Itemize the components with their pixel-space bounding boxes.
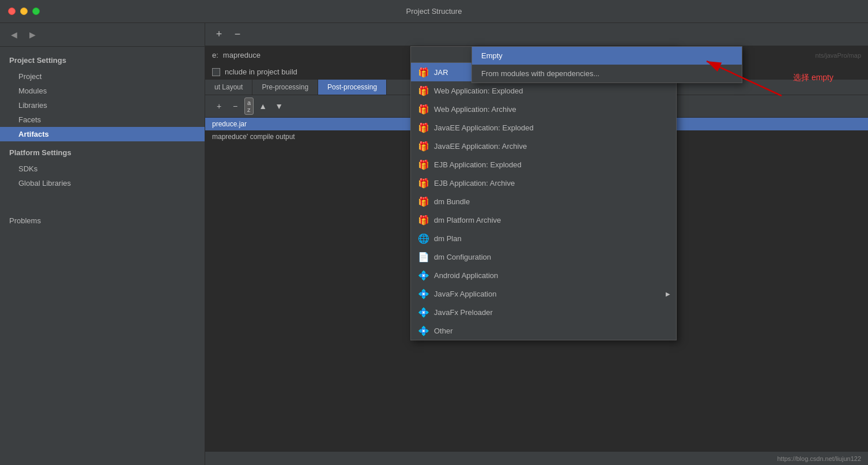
tab-output-layout[interactable]: ut Layout	[205, 80, 252, 95]
sidebar-item-facets[interactable]: Facets	[0, 112, 205, 127]
ejb-exploded-icon: 🎁	[418, 159, 429, 170]
include-label: nclude in project build	[225, 68, 297, 76]
menu-item-javaee-archive[interactable]: 🎁 JavaEE Application: Archive	[411, 137, 676, 155]
menu-item-dm-platform-archive[interactable]: 🎁 dm Platform Archive	[411, 211, 676, 229]
sidebar-item-sdks[interactable]: SDKs	[0, 162, 205, 176]
web-app-exploded-icon: 🎁	[418, 85, 429, 96]
menu-item-ejb-archive[interactable]: 🎁 EJB Application: Archive	[411, 174, 676, 192]
javafx-application-icon: 💠	[418, 288, 429, 299]
menu-item-jar-label: JAR	[434, 68, 448, 77]
sidebar-content: Project Settings Project Modules Librari…	[0, 47, 205, 465]
add-dropdown: Add 🎁 JAR ▶ 🎁 Web Application: Exploded …	[410, 46, 677, 340]
sidebar-item-global-libraries[interactable]: Global Libraries	[0, 176, 205, 190]
nav-forward-button[interactable]: ▶	[25, 28, 39, 42]
tab-post-processing[interactable]: Post-processing	[318, 80, 387, 95]
status-url: https://blog.csdn.net/liujun122	[777, 455, 861, 462]
sidebar-item-artifacts[interactable]: Artifacts	[0, 127, 205, 141]
sidebar: ◀ ▶ Project Settings Project Modules Lib…	[0, 23, 205, 465]
maximize-button[interactable]	[32, 7, 40, 15]
add-output-button[interactable]: +	[212, 99, 226, 113]
menu-item-android-application[interactable]: 💠 Android Application	[411, 266, 676, 284]
sidebar-item-project[interactable]: Project	[0, 69, 205, 84]
content-top-bar: + −	[205, 23, 868, 46]
menu-item-dm-bundle[interactable]: 🎁 dm Bundle	[411, 192, 676, 211]
artifact-name-label: e:	[212, 51, 218, 59]
move-up-button[interactable]: ▲	[256, 99, 270, 113]
android-application-icon: 💠	[418, 269, 429, 281]
platform-settings-title: Platform Settings	[0, 141, 205, 162]
menu-item-ejb-exploded[interactable]: 🎁 EJB Application: Exploded	[411, 155, 676, 174]
menu-item-other[interactable]: 💠 Other	[411, 321, 676, 340]
minimize-button[interactable]	[20, 7, 28, 15]
remove-artifact-button[interactable]: −	[231, 28, 244, 42]
sidebar-item-problems[interactable]: Problems	[0, 213, 205, 228]
submenu-item-from-modules[interactable]: From modules with dependencies...	[472, 65, 742, 82]
menu-item-dm-configuration[interactable]: 📄 dm Configuration	[411, 247, 676, 266]
content-area: + − e: mapreduce nts/javaPro/map nclude …	[205, 23, 868, 465]
other-icon: 💠	[418, 325, 429, 336]
close-button[interactable]	[8, 7, 16, 15]
menu-item-javafx-preloader[interactable]: 💠 JavaFx Preloader	[411, 303, 676, 321]
dm-plan-icon: 🌐	[418, 232, 429, 244]
jar-icon: 🎁	[418, 66, 429, 78]
sidebar-item-libraries[interactable]: Libraries	[0, 98, 205, 112]
menu-item-javafx-application[interactable]: 💠 JavaFx Application ▶	[411, 284, 676, 303]
nav-back-button[interactable]: ◀	[7, 28, 21, 42]
window-title: Project Structure	[406, 7, 462, 16]
web-app-archive-icon: 🎁	[418, 103, 429, 115]
main-layout: ◀ ▶ Project Settings Project Modules Lib…	[0, 23, 868, 465]
status-bar: https://blog.csdn.net/liujun122	[205, 451, 868, 465]
remove-output-button[interactable]: −	[228, 99, 242, 113]
sidebar-nav: ◀ ▶	[0, 23, 205, 47]
menu-item-web-app-archive[interactable]: 🎁 Web Application: Archive	[411, 100, 676, 118]
menu-item-javaee-exploded[interactable]: 🎁 JavaEE Application: Exploded	[411, 118, 676, 137]
javaee-exploded-icon: 🎁	[418, 122, 429, 133]
submenu-item-empty[interactable]: Empty	[472, 47, 742, 65]
project-settings-title: Project Settings	[0, 54, 205, 69]
tab-pre-processing[interactable]: Pre-processing	[252, 80, 318, 95]
include-checkbox[interactable]	[212, 68, 220, 76]
menu-item-web-app-exploded[interactable]: 🎁 Web Application: Exploded	[411, 81, 676, 100]
dm-configuration-icon: 📄	[418, 251, 429, 262]
javafx-submenu-arrow: ▶	[666, 291, 670, 297]
sort-az-button[interactable]: az	[244, 97, 254, 115]
traffic-lights	[8, 7, 40, 15]
add-artifact-button[interactable]: +	[212, 28, 226, 42]
menu-item-dm-plan[interactable]: 🌐 dm Plan	[411, 229, 676, 247]
javaee-archive-icon: 🎁	[418, 140, 429, 152]
javafx-preloader-icon: 💠	[418, 306, 429, 318]
artifact-name-value: mapreduce	[223, 51, 261, 59]
ejb-archive-icon: 🎁	[418, 177, 429, 189]
jar-submenu: Empty From modules with dependencies...	[471, 46, 742, 83]
title-bar: Project Structure	[0, 0, 868, 23]
dm-bundle-icon: 🎁	[418, 196, 429, 207]
move-down-button[interactable]: ▼	[272, 99, 286, 113]
dm-platform-archive-icon: 🎁	[418, 214, 429, 226]
sidebar-item-modules[interactable]: Modules	[0, 84, 205, 98]
